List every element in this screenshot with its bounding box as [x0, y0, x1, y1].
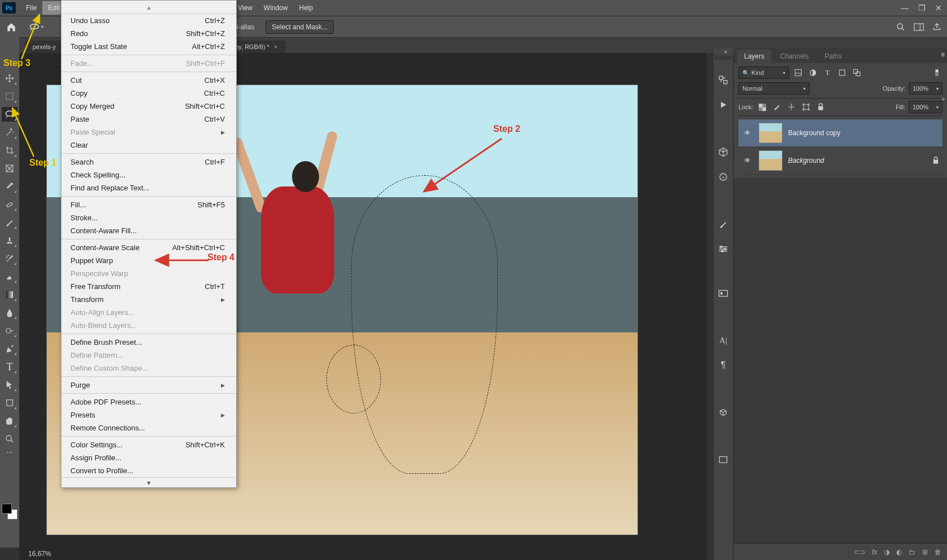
lock-all-icon[interactable]: [815, 101, 826, 113]
eyedropper-tool[interactable]: [2, 179, 17, 194]
navigator-panel-icon[interactable]: [716, 453, 731, 466]
filter-toggle[interactable]: [931, 67, 942, 78]
menuitem-copy[interactable]: CopyCtrl+C: [61, 87, 236, 100]
menu-file[interactable]: File: [20, 1, 42, 15]
menuitem-content-aware-scale[interactable]: Content-Aware ScaleAlt+Shift+Ctrl+C: [61, 241, 236, 254]
strip-collapse-chevron[interactable]: «: [724, 47, 727, 55]
menuitem-stroke[interactable]: Stroke...: [61, 211, 236, 224]
menuitem-purge[interactable]: Purge▶: [61, 379, 236, 392]
menuitem-redo[interactable]: RedoShift+Ctrl+Z: [61, 27, 236, 40]
move-tool[interactable]: [2, 71, 17, 86]
character-panel-icon[interactable]: A|: [716, 334, 731, 347]
menuitem-find-replace[interactable]: Find and Replace Text...: [61, 181, 236, 194]
filter-pixel-icon[interactable]: [793, 67, 804, 78]
tab-paths[interactable]: Paths: [818, 50, 849, 63]
menuitem-assign-profile[interactable]: Assign Profile...: [61, 451, 236, 464]
type-tool[interactable]: T: [2, 359, 17, 374]
3d-panel-icon[interactable]: [716, 145, 731, 159]
menuitem-define-brush[interactable]: Define Brush Preset...: [61, 336, 236, 349]
foreground-color-swatch[interactable]: [2, 504, 12, 514]
layer-thumbnail[interactable]: [759, 123, 782, 143]
play-panel-icon[interactable]: [716, 98, 731, 112]
magic-wand-tool[interactable]: [2, 125, 17, 140]
layer-mask-icon[interactable]: ◑: [884, 548, 890, 556]
gradient-tool[interactable]: [2, 287, 17, 302]
menuitem-cut[interactable]: CutCtrl+X: [61, 74, 236, 87]
menu-window[interactable]: Window: [258, 1, 294, 15]
layer-name[interactable]: Background: [788, 157, 927, 165]
adjustment-layer-icon[interactable]: ◐: [896, 548, 902, 556]
zoom-tool[interactable]: [2, 432, 17, 446]
menuitem-search[interactable]: SearchCtrl+F: [61, 155, 236, 168]
home-button[interactable]: [3, 20, 19, 34]
menuitem-color-settings[interactable]: Color Settings...Shift+Ctrl+K: [61, 438, 236, 451]
hand-tool[interactable]: [2, 414, 17, 428]
menuitem-copy-merged[interactable]: Copy MergedShift+Ctrl+C: [61, 100, 236, 113]
select-and-mask-button[interactable]: Select and Mask...: [265, 20, 334, 34]
brush-tool[interactable]: [2, 215, 17, 230]
menuitem-convert-profile[interactable]: Convert to Profile...: [61, 464, 236, 477]
tab-close-icon[interactable]: ×: [274, 43, 277, 50]
menuitem-transform[interactable]: Transform▶: [61, 293, 236, 306]
menuitem-puppet-warp[interactable]: Puppet Warp: [61, 254, 236, 267]
menuitem-toggle-last-state[interactable]: Toggle Last StateAlt+Ctrl+Z: [61, 40, 236, 53]
pen-tool[interactable]: [2, 341, 17, 356]
frame-tool[interactable]: [2, 161, 17, 176]
info-panel-icon[interactable]: [716, 170, 731, 184]
panel-collapse-chevron[interactable]: »: [941, 95, 945, 103]
brush-panel-icon[interactable]: [716, 217, 731, 231]
layer-thumbnail[interactable]: [759, 150, 782, 171]
menuitem-paste[interactable]: PasteCtrl+V: [61, 113, 236, 126]
menuitem-check-spelling[interactable]: Check Spelling...: [61, 168, 236, 181]
tab-layers[interactable]: Layers: [737, 50, 771, 63]
lock-transparency-icon[interactable]: [756, 101, 768, 113]
delete-layer-icon[interactable]: 🗑: [935, 548, 941, 556]
layer-item[interactable]: 👁 Background copy: [738, 119, 942, 147]
share-icon[interactable]: [931, 21, 942, 33]
link-layers-icon[interactable]: ⊂⊃: [854, 548, 865, 556]
layer-visibility-icon[interactable]: 👁: [742, 157, 753, 165]
dropdown-scroll-up[interactable]: ▴: [61, 1, 236, 14]
menuitem-remote-connections[interactable]: Remote Connections...: [61, 421, 236, 434]
dropdown-scroll-down[interactable]: ▾: [61, 477, 236, 487]
filter-shape-icon[interactable]: [837, 67, 848, 78]
eraser-tool[interactable]: [2, 269, 17, 284]
layer-name[interactable]: Background copy: [788, 129, 939, 137]
tab-channels[interactable]: Channels: [773, 50, 816, 63]
minimize-button[interactable]: —: [896, 0, 913, 16]
healing-brush-tool[interactable]: [2, 197, 17, 212]
paragraph-panel-icon[interactable]: ¶: [716, 358, 731, 372]
layer-item[interactable]: 👁 Background: [738, 147, 942, 175]
clone-stamp-tool[interactable]: [2, 233, 17, 248]
filter-adjust-icon[interactable]: [807, 67, 818, 78]
workspace-switch-icon[interactable]: [913, 21, 924, 33]
menuitem-presets[interactable]: Presets▶: [61, 408, 236, 421]
menuitem-undo[interactable]: Undo LassoCtrl+Z: [61, 14, 236, 27]
group-layers-icon[interactable]: 🗀: [909, 548, 915, 556]
history-brush-tool[interactable]: [2, 251, 17, 266]
layer-visibility-icon[interactable]: 👁: [742, 129, 753, 137]
layer-filter-select[interactable]: 🔍Kind▾: [738, 66, 789, 79]
libraries-panel-icon[interactable]: [716, 286, 731, 300]
fill-input[interactable]: 100%▾: [909, 101, 942, 113]
lock-artboard-icon[interactable]: [800, 101, 812, 113]
menu-help[interactable]: Help: [294, 1, 319, 15]
zoom-level[interactable]: 16,67%: [28, 550, 51, 558]
lock-position-icon[interactable]: [786, 101, 797, 113]
adjustments-panel-icon[interactable]: [716, 242, 731, 256]
marquee-tool[interactable]: [2, 89, 17, 104]
lasso-tool[interactable]: [2, 107, 17, 122]
opacity-input[interactable]: 100%▾: [909, 82, 942, 95]
lock-pixels-icon[interactable]: [771, 101, 782, 113]
restore-button[interactable]: ❐: [913, 0, 930, 16]
path-select-tool[interactable]: [2, 377, 17, 392]
new-layer-icon[interactable]: ⊞: [922, 548, 928, 556]
layer-fx-icon[interactable]: fx: [872, 548, 877, 556]
menuitem-clear[interactable]: Clear: [61, 139, 236, 152]
blend-mode-select[interactable]: Normal▾: [738, 82, 809, 95]
menuitem-free-transform[interactable]: Free TransformCtrl+T: [61, 280, 236, 293]
blur-tool[interactable]: [2, 305, 17, 320]
search-icon[interactable]: [895, 21, 906, 33]
filter-type-icon[interactable]: T: [822, 67, 833, 78]
color-swatches[interactable]: [2, 504, 17, 519]
